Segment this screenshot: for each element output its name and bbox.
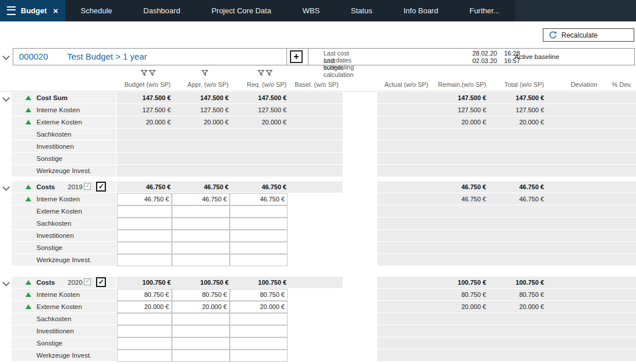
expand-chevron-icon[interactable] [2,183,10,191]
menu-icon[interactable] [7,6,16,15]
editable-cell-appr[interactable]: 46.750 € [172,193,230,205]
table-row: Investitionen [0,141,636,153]
table-row: Sachkosten [0,313,636,325]
tab-budget[interactable]: Budget × [0,0,65,21]
editable-cell-req[interactable] [230,313,288,325]
cell-value: 20.000 € [230,302,287,312]
editable-cell-budget[interactable]: 80.750 € [117,289,172,301]
tab-info-board[interactable]: Info Board [388,0,454,21]
row-label: Interne Kosten [36,104,80,116]
year-checkbox-small[interactable]: ✓ [84,183,91,190]
editable-cell-appr[interactable] [172,242,230,254]
readonly-band-right [377,313,636,325]
editable-cell-budget[interactable] [117,350,172,362]
editable-cell-budget[interactable] [117,325,172,337]
tab-label: Dashboard [144,6,181,15]
editable-cell-appr[interactable] [172,325,230,337]
readonly-band-right [377,205,636,217]
editable-cell-budget[interactable] [117,254,172,266]
editable-cell-appr[interactable] [172,254,230,266]
editable-cell-appr[interactable] [172,313,230,325]
table-row: Werkzeuge Invest. [0,254,636,266]
tab-status[interactable]: Status [335,0,388,21]
editable-cell-appr[interactable] [172,350,230,362]
refresh-icon [549,31,557,39]
editable-cell-budget[interactable]: 46.750 € [117,193,172,205]
status-triangle-icon [25,292,31,297]
tab-label: Status [351,6,372,15]
editable-cell-appr[interactable]: 20.000 € [172,301,230,313]
editable-cell-req[interactable]: 80.750 € [230,289,288,301]
column-header-actual[interactable]: Actual (w/o SP) [365,81,428,88]
editable-cell-appr[interactable] [172,218,230,230]
value-appr: 127.500 € [177,104,229,116]
column-header-remain[interactable]: Remain.(w/o SP) [422,81,486,88]
editable-cell-req[interactable]: 46.750 € [230,193,288,205]
editable-cell-appr[interactable] [172,230,230,242]
add-button[interactable]: + [290,50,303,63]
editable-cell-req[interactable] [230,230,288,242]
project-name[interactable]: Test Budget > 1 year [67,49,147,65]
editable-cell-req[interactable] [230,218,288,230]
readonly-band-right [377,242,636,253]
editable-cell-req[interactable] [230,254,288,266]
table-row: Sonstige [0,337,636,350]
tab-label: Budget [21,6,47,15]
tab-wbs[interactable]: WBS [287,0,336,21]
editable-cell-budget[interactable] [117,230,172,242]
project-number[interactable]: 000020 [19,49,48,65]
cell-value: 46.750 € [172,194,229,205]
editable-cell-budget[interactable] [117,313,172,325]
editable-cell-req[interactable]: 20.000 € [230,301,288,313]
tab-further[interactable]: Further... [454,0,515,21]
header-divider [0,91,636,91]
collapse-project-chevron-icon[interactable] [2,53,10,60]
editable-cell-budget[interactable]: 20.000 € [117,301,172,313]
filter-icon[interactable] [141,69,156,77]
value-appr: 147.500 € [177,92,229,104]
readonly-band-right [377,230,636,241]
year-checkbox[interactable]: ✓ [96,182,106,192]
value-appr: 100.750 € [177,277,229,288]
editable-cell-budget[interactable] [117,218,172,230]
editable-cell-req[interactable] [230,205,288,218]
year-checkbox-small[interactable]: ✓ [84,278,91,285]
editable-cell-budget[interactable] [117,205,172,218]
recalculate-button[interactable]: Recalculate [543,28,634,42]
filter-icon[interactable] [201,69,208,77]
column-header-budget[interactable]: Budget (w/o SP) [107,81,171,88]
row-label: Externe Kosten [36,301,82,312]
value-budget: 147.500 € [119,92,171,104]
tab-label: Info Board [403,6,438,15]
editable-cell-budget[interactable] [117,242,172,254]
filter-icon[interactable] [258,69,273,77]
editable-cell-req[interactable] [230,325,288,337]
readonly-band-right [377,325,636,337]
value-remain: 127.500 € [434,104,486,116]
tab-project-core-data[interactable]: Project Core Data [196,0,286,21]
value-total: 46.750 € [492,193,544,205]
column-header-appr[interactable]: Appr. (w/o SP) [165,81,229,88]
tab-label: WBS [303,6,320,15]
expand-chevron-icon[interactable] [2,279,10,286]
table-row: Interne Kosten46.750 €46.750 €46.750 €46… [0,193,636,205]
editable-cell-req[interactable] [230,350,288,362]
column-header-pdev[interactable]: % Dev. [568,81,632,88]
readonly-band-right [377,218,636,229]
editable-cell-budget[interactable] [117,337,172,350]
editable-cell-appr[interactable] [172,337,230,350]
row-label: Sachkosten [36,128,71,140]
readonly-band-right [377,128,636,140]
row-label: Sachkosten [36,218,71,229]
close-tab-icon[interactable]: × [53,6,58,15]
column-header-basel[interactable]: Basel. (w/o SP) [275,81,339,88]
editable-cell-req[interactable] [230,242,288,254]
tab-schedule[interactable]: Schedule [65,0,128,21]
editable-cell-req[interactable] [230,337,288,350]
tab-dashboard[interactable]: Dashboard [128,0,196,21]
year-checkbox[interactable]: ✓ [96,277,106,287]
expand-chevron-icon[interactable] [2,94,10,102]
editable-cell-appr[interactable] [172,205,230,218]
value-req: 147.500 € [234,92,286,104]
editable-cell-appr[interactable]: 80.750 € [172,289,230,301]
